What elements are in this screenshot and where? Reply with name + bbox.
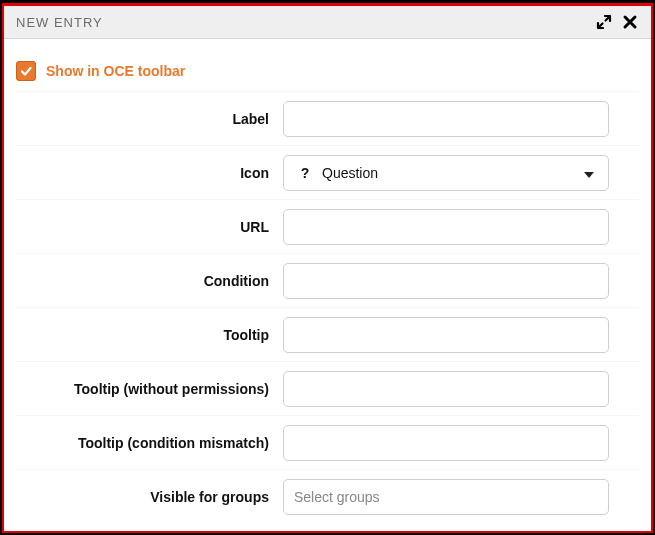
label-condition: Condition — [16, 273, 283, 289]
label-input[interactable] — [283, 101, 609, 137]
row-tooltip-mismatch: Tooltip (condition mismatch) — [16, 415, 639, 469]
label-tooltip-noperm: Tooltip (without permissions) — [16, 381, 283, 397]
chevron-down-icon — [584, 165, 594, 181]
tooltip-mismatch-input[interactable] — [283, 425, 609, 461]
row-condition: Condition — [16, 253, 639, 307]
label-tooltip: Tooltip — [16, 327, 283, 343]
new-entry-dialog: NEW ENTRY Show in OCE toolbar Label — [2, 3, 653, 533]
icon-select[interactable]: ? Question — [283, 155, 609, 191]
visible-groups-select[interactable]: Select groups — [283, 479, 609, 515]
dialog-body: Show in OCE toolbar Label Icon ? Questio… — [4, 39, 651, 531]
url-input[interactable] — [283, 209, 609, 245]
icon-select-value: Question — [322, 165, 598, 181]
show-in-toolbar-checkbox[interactable] — [16, 61, 36, 81]
label-icon: Icon — [16, 165, 283, 181]
row-url: URL — [16, 199, 639, 253]
row-label: Label — [16, 91, 639, 145]
condition-input[interactable] — [283, 263, 609, 299]
titlebar: NEW ENTRY — [4, 6, 651, 39]
tooltip-noperm-input[interactable] — [283, 371, 609, 407]
row-icon: Icon ? Question — [16, 145, 639, 199]
label-label: Label — [16, 111, 283, 127]
row-visible-groups: Visible for groups Select groups — [16, 469, 639, 523]
close-icon[interactable] — [619, 11, 641, 33]
expand-icon[interactable] — [593, 11, 615, 33]
label-visible-groups: Visible for groups — [16, 489, 283, 505]
row-tooltip: Tooltip — [16, 307, 639, 361]
visible-groups-placeholder: Select groups — [294, 489, 380, 505]
question-icon: ? — [298, 165, 312, 181]
label-url: URL — [16, 219, 283, 235]
dialog-title: NEW ENTRY — [16, 15, 589, 30]
row-tooltip-noperm: Tooltip (without permissions) — [16, 361, 639, 415]
label-tooltip-mismatch: Tooltip (condition mismatch) — [16, 435, 283, 451]
show-in-toolbar-label[interactable]: Show in OCE toolbar — [46, 63, 185, 79]
show-in-toolbar-row: Show in OCE toolbar — [16, 57, 639, 91]
tooltip-input[interactable] — [283, 317, 609, 353]
